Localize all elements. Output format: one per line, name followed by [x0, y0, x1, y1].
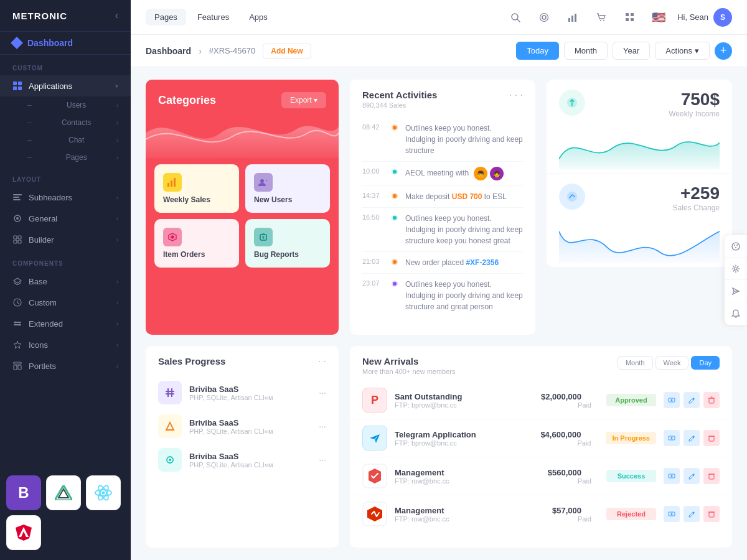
sales-change-value: +259 [673, 184, 720, 203]
user-info: Hi, Sean S [677, 8, 732, 27]
extended-icon [12, 319, 22, 329]
activities-menu-icon[interactable]: · · · [509, 90, 523, 101]
svg-point-83 [735, 247, 736, 248]
angular-icon[interactable] [6, 515, 41, 550]
svg-rect-44 [171, 180, 172, 187]
delete-sant-button[interactable] [703, 392, 720, 408]
sidebar-item-extended[interactable]: Extended › [0, 313, 131, 334]
breadcrumb-dashboard: Dashboard [146, 46, 191, 56]
income-chart [559, 123, 720, 173]
builder-icon [12, 235, 22, 245]
svg-point-81 [734, 245, 735, 246]
export-button[interactable]: Export ▾ [281, 92, 326, 108]
sidebar-item-general[interactable]: General › [0, 208, 131, 229]
sidebar-item-portlets[interactable]: Portlets › [0, 355, 131, 376]
bootstrap-icon[interactable]: B [6, 475, 41, 510]
right-palette-icon[interactable] [725, 235, 747, 258]
sidebar-item-builder[interactable]: Builder › [0, 229, 131, 250]
sales-progress-menu-icon[interactable]: · · [318, 356, 326, 367]
sidebar-subitem-chat[interactable]: – Chat › [0, 131, 131, 149]
progress-item-1-menu[interactable]: ··· [319, 388, 326, 398]
arrival-row-sant: P Sant Outstanding FTP: bprow@bnc.cc $2,… [350, 381, 732, 419]
view-mgmt2-button[interactable] [664, 506, 680, 522]
section-label-custom: CUSTOM [0, 55, 131, 75]
view-sant-button[interactable] [664, 392, 680, 408]
base-icon [12, 276, 22, 286]
sidebar-subitem-users[interactable]: – Users › [0, 96, 131, 114]
progress-item-3-menu[interactable]: ··· [319, 455, 326, 465]
actions-button[interactable]: Actions ▾ [655, 42, 710, 60]
right-send-icon[interactable] [725, 280, 747, 302]
sidebar-subitem-contacts[interactable]: – Contacts › [0, 114, 131, 131]
sidebar-collapse-icon[interactable]: ‹ [115, 10, 118, 21]
search-icon[interactable] [505, 7, 525, 27]
progress-logo-1 [158, 381, 182, 404]
sidebar-item-applications[interactable]: Applications ▾ [0, 75, 131, 96]
delete-mgmt2-button[interactable] [703, 506, 720, 522]
category-bug-reports[interactable]: Bug Reports [245, 219, 330, 268]
nav-features[interactable]: Features [189, 9, 238, 26]
item-orders-icon [163, 228, 182, 246]
categories-wave [146, 108, 339, 158]
sidebar-item-subheaders[interactable]: Subheaders › [0, 187, 131, 208]
sidebar-item-custom[interactable]: Custom › [0, 292, 131, 313]
category-item-orders[interactable]: Item Orders [154, 219, 239, 268]
svg-point-68 [671, 437, 673, 439]
edit-telegram-button[interactable] [684, 430, 700, 446]
avatar-1: 👦 [474, 167, 487, 180]
weekly-sales-icon [163, 173, 182, 192]
cart-icon[interactable] [591, 7, 611, 27]
category-weekly-sales[interactable]: Weekly Sales [154, 164, 239, 213]
svg-rect-69 [709, 436, 714, 441]
sidebar-item-icons[interactable]: Icons › [0, 334, 131, 355]
progress-item-2: Briviba SaaS PHP, SQLite, Artisan CLI«м … [158, 409, 326, 443]
add-circle-button[interactable]: + [715, 42, 732, 60]
view-telegram-button[interactable] [664, 430, 680, 446]
sales-progress-title: Sales Progress [158, 356, 225, 366]
add-new-button[interactable]: Add New [263, 44, 311, 58]
network-icon[interactable] [534, 7, 554, 27]
svg-rect-9 [14, 236, 17, 239]
arrival-actions-telegram [664, 430, 720, 446]
svg-rect-41 [626, 18, 629, 21]
dot-green-icon [392, 169, 398, 175]
edit-mgmt1-button[interactable] [684, 468, 700, 484]
arrivals-subtitle: More than 400+ new members [362, 368, 456, 375]
activities-title: Recent Activities [362, 90, 437, 100]
filter-month[interactable]: Month [618, 356, 653, 370]
filter-day[interactable]: Day [691, 356, 720, 370]
nav-pages[interactable]: Pages [146, 9, 186, 26]
svg-point-8 [16, 217, 19, 220]
progress-item-2-menu[interactable]: ··· [319, 421, 326, 431]
svg-rect-19 [14, 362, 21, 364]
weekly-income-value: 750$ [669, 90, 720, 110]
weekly-sales-label: Weekly Sales [163, 195, 230, 204]
delete-mgmt1-button[interactable] [703, 468, 720, 484]
sidebar-dashboard-link[interactable]: Dashboard [0, 32, 131, 55]
section-label-layout: LAYOUT [0, 166, 131, 187]
sidebar-subitem-pages[interactable]: – Pages › [0, 149, 131, 166]
user-avatar[interactable]: S [713, 8, 732, 27]
edit-mgmt2-button[interactable] [684, 506, 700, 522]
applications-icon [12, 81, 22, 91]
chart-icon[interactable] [563, 7, 583, 27]
svg-rect-0 [13, 82, 17, 85]
right-settings-icon[interactable] [725, 258, 747, 280]
year-button[interactable]: Year [613, 42, 650, 60]
vue-icon[interactable] [46, 475, 81, 510]
edit-sant-button[interactable] [684, 392, 700, 408]
delete-telegram-button[interactable] [703, 430, 720, 446]
svg-rect-42 [631, 18, 634, 21]
apps-grid-icon[interactable] [620, 7, 640, 27]
dot-orange-3-icon [392, 259, 398, 265]
today-button[interactable]: Today [516, 42, 559, 60]
month-button[interactable]: Month [564, 42, 608, 60]
category-new-users[interactable]: New Users [245, 164, 330, 213]
view-mgmt1-button[interactable] [664, 468, 680, 484]
filter-week[interactable]: Week [655, 356, 689, 370]
flag-icon[interactable]: 🇺🇸 [649, 7, 669, 27]
sidebar-item-base[interactable]: Base › [0, 271, 131, 292]
react-icon[interactable] [86, 475, 121, 510]
nav-apps[interactable]: Apps [240, 9, 276, 26]
right-notification-icon[interactable] [725, 302, 747, 325]
